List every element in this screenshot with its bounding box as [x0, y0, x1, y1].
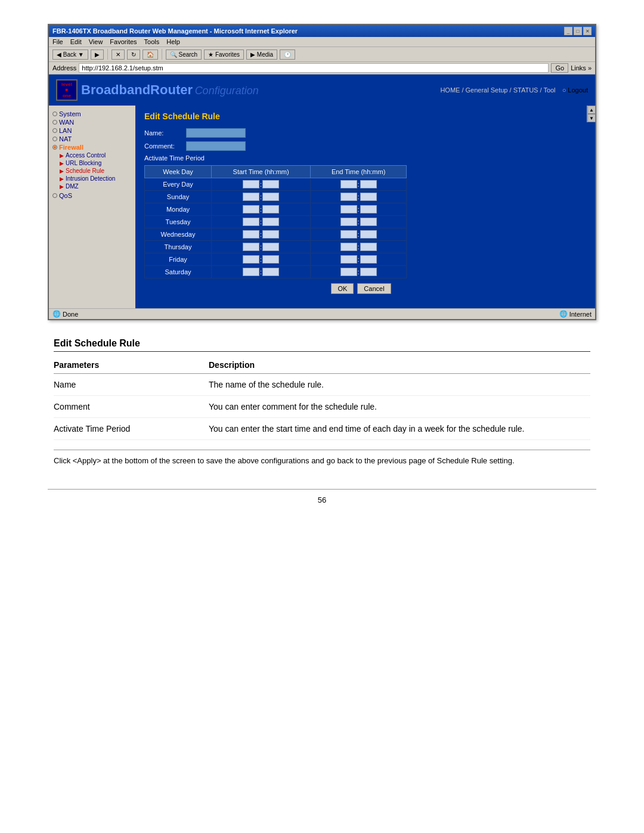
menu-favorites[interactable]: Favorites — [110, 38, 137, 45]
end-hh-3[interactable] — [340, 218, 357, 226]
refresh-button[interactable]: ↻ — [127, 49, 140, 60]
sidebar-item-qos[interactable]: QoS — [52, 192, 132, 199]
sidebar-item-wan[interactable]: WAN — [52, 119, 132, 126]
toolbar-sep1 — [107, 49, 108, 60]
sep1-6: : — [260, 256, 262, 263]
day-cell-4: Wednesday — [145, 228, 212, 241]
minimize-button[interactable]: _ — [564, 27, 572, 35]
sidebar-item-dmz[interactable]: ▶ DMZ — [52, 183, 132, 190]
sidebar-label-dmz: DMZ — [66, 183, 79, 190]
schedule-row-3: Tuesday:: — [145, 216, 407, 228]
sidebar-item-system[interactable]: System — [52, 110, 132, 117]
end-hh-7[interactable] — [340, 268, 357, 276]
nav-path: HOME / General Setup / STATUS / Tool — [440, 86, 555, 94]
search-button[interactable]: 🔍 Search — [166, 49, 202, 60]
start-hh-0[interactable] — [243, 180, 259, 188]
menu-edit[interactable]: Edit — [70, 38, 82, 45]
doc-param-0: Name — [54, 374, 209, 396]
sidebar-label-system: System — [59, 110, 81, 117]
end-hh-1[interactable] — [340, 193, 357, 201]
forward-button[interactable]: ▶ — [91, 49, 104, 60]
status-zone: 🌐 Internet — [559, 310, 592, 318]
end-hh-4[interactable] — [340, 230, 357, 239]
start-mm-4[interactable] — [262, 230, 279, 239]
name-input[interactable] — [186, 128, 246, 138]
end-hh-5[interactable] — [340, 243, 357, 251]
sidebar-item-nat[interactable]: NAT — [52, 135, 132, 143]
start-hh-6[interactable] — [243, 255, 259, 264]
end-mm-3[interactable] — [360, 218, 377, 226]
day-cell-0: Every Day — [145, 178, 212, 191]
menu-help[interactable]: Help — [166, 38, 180, 45]
status-zone-text: Internet — [569, 311, 592, 318]
sep2-5: : — [358, 243, 360, 250]
radio-firewall — [52, 145, 57, 150]
cancel-button[interactable]: Cancel — [357, 283, 391, 294]
home-button[interactable]: 🏠 — [143, 49, 158, 60]
start-hh-4[interactable] — [243, 230, 259, 239]
end-mm-7[interactable] — [360, 268, 377, 276]
end-mm-2[interactable] — [360, 205, 377, 213]
menu-tools[interactable]: Tools — [144, 38, 160, 45]
start-hh-5[interactable] — [243, 243, 259, 251]
sidebar-item-schedule-rule[interactable]: ▶ Schedule Rule — [52, 168, 132, 174]
sidebar-item-intrusion[interactable]: ▶ Intrusion Detection — [52, 175, 132, 182]
sep1-5: : — [260, 243, 262, 250]
menu-file[interactable]: File — [52, 38, 63, 45]
scroll-down[interactable]: ▼ — [587, 114, 596, 122]
sep2-2: : — [358, 206, 360, 213]
sep1-7: : — [260, 268, 262, 275]
start-hh-7[interactable] — [243, 268, 259, 276]
day-cell-3: Tuesday — [145, 216, 212, 228]
end-hh-2[interactable] — [340, 205, 357, 213]
end-hh-6[interactable] — [340, 255, 357, 264]
end-mm-4[interactable] — [360, 230, 377, 239]
end-cell-0: : — [311, 178, 407, 191]
sidebar-item-url-blocking[interactable]: ▶ URL Blocking — [52, 160, 132, 166]
scroll-up[interactable]: ▲ — [587, 106, 596, 114]
sidebar-item-lan[interactable]: LAN — [52, 127, 132, 134]
favorites-button[interactable]: ★ Favorites — [204, 49, 244, 60]
start-mm-7[interactable] — [262, 268, 279, 276]
stop-button[interactable]: ✕ — [112, 49, 125, 60]
start-mm-1[interactable] — [262, 193, 279, 201]
end-mm-5[interactable] — [360, 243, 377, 251]
sidebar-label-nat: NAT — [59, 135, 72, 143]
schedule-row-0: Every Day:: — [145, 178, 407, 191]
radio-nat — [52, 137, 57, 141]
close-button[interactable]: ✕ — [583, 27, 592, 35]
go-button[interactable]: Go — [551, 63, 568, 73]
logout-button[interactable]: Logout — [568, 86, 588, 94]
toolbar-sep2 — [162, 49, 162, 60]
start-hh-2[interactable] — [243, 205, 259, 213]
sep2-1: : — [358, 193, 360, 200]
router-title-area: BroadbandRouter Configuration — [81, 82, 259, 98]
end-hh-0[interactable] — [340, 180, 357, 188]
scrollbar[interactable]: ▲ ▼ — [587, 106, 595, 122]
end-cell-5: : — [311, 241, 407, 253]
start-hh-1[interactable] — [243, 193, 259, 201]
media-button[interactable]: ▶ Media — [246, 49, 277, 60]
history-button[interactable]: 🕐 — [280, 49, 295, 60]
back-button[interactable]: ◀ Back ▼ — [52, 49, 88, 60]
start-hh-3[interactable] — [243, 218, 259, 226]
address-input[interactable] — [79, 63, 549, 73]
sidebar-item-access-control[interactable]: ▶ Access Control — [52, 152, 132, 159]
arrow-intrusion: ▶ — [60, 176, 64, 182]
start-mm-5[interactable] — [262, 243, 279, 251]
arrow-schedule-rule: ▶ — [60, 168, 64, 174]
start-mm-6[interactable] — [262, 255, 279, 264]
menu-view[interactable]: View — [89, 38, 103, 45]
ok-button[interactable]: OK — [331, 283, 354, 294]
end-mm-1[interactable] — [360, 193, 377, 201]
sep1-1: : — [260, 193, 262, 200]
end-mm-0[interactable] — [360, 180, 377, 188]
start-mm-0[interactable] — [262, 180, 279, 188]
end-mm-6[interactable] — [360, 255, 377, 264]
address-label: Address — [52, 64, 76, 72]
start-mm-2[interactable] — [262, 205, 279, 213]
comment-input[interactable] — [186, 141, 246, 151]
sidebar-item-firewall[interactable]: Firewall — [52, 144, 132, 151]
maximize-button[interactable]: □ — [574, 27, 582, 35]
start-mm-3[interactable] — [262, 218, 279, 226]
